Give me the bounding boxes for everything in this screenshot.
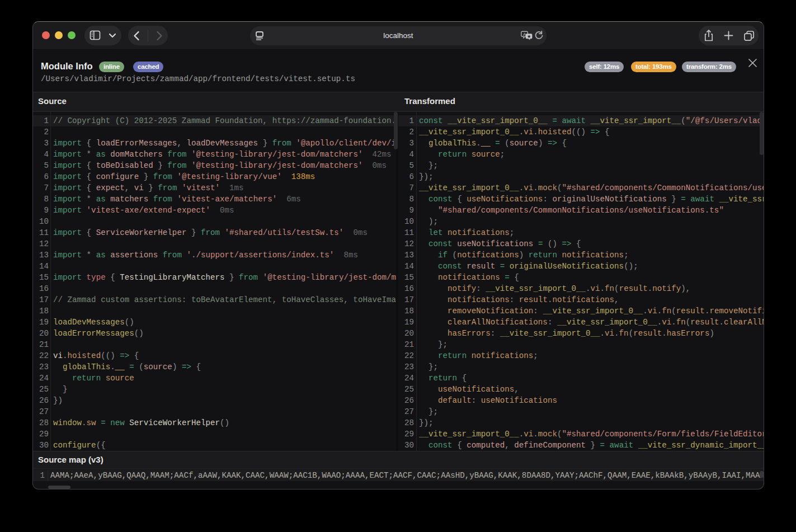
svg-text:★: ★ [527,34,531,39]
